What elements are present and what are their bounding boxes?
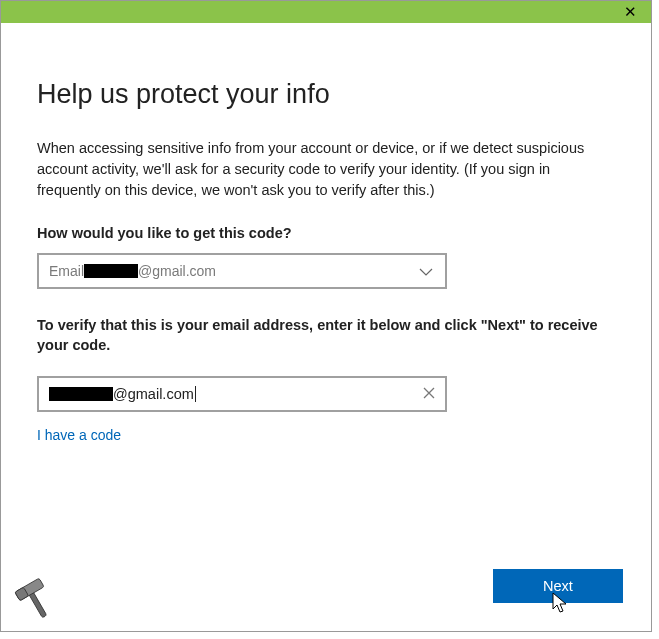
email-input-value: @gmail.com xyxy=(49,386,435,402)
dialog-window: ✕ Help us protect your info When accessi… xyxy=(0,0,652,632)
svg-rect-1 xyxy=(15,578,44,601)
close-button[interactable]: ✕ xyxy=(618,3,643,21)
hammer-watermark-icon xyxy=(7,571,63,631)
chevron-down-icon xyxy=(419,262,433,280)
clear-input-icon[interactable] xyxy=(423,385,435,403)
input-domain: @gmail.com xyxy=(113,386,194,402)
verify-instruction: To verify that this is your email addres… xyxy=(37,315,615,356)
content-area: Help us protect your info When accessing… xyxy=(1,23,651,464)
method-label: How would you like to get this code? xyxy=(37,225,615,241)
email-input[interactable]: @gmail.com xyxy=(37,376,447,412)
redacted-email-user xyxy=(84,264,138,278)
next-button[interactable]: Next xyxy=(493,569,623,603)
select-domain: @gmail.com xyxy=(138,263,216,279)
svg-rect-0 xyxy=(28,591,46,618)
verification-method-select[interactable]: Email @gmail.com xyxy=(37,253,447,289)
titlebar: ✕ xyxy=(1,1,651,23)
select-display-text: Email @gmail.com xyxy=(49,263,216,279)
text-caret xyxy=(195,386,196,402)
description-text: When accessing sensitive info from your … xyxy=(37,138,615,201)
svg-rect-2 xyxy=(15,587,29,601)
select-prefix: Email xyxy=(49,263,84,279)
have-code-link[interactable]: I have a code xyxy=(37,427,121,443)
redacted-input-user xyxy=(49,387,113,401)
page-title: Help us protect your info xyxy=(37,79,615,110)
